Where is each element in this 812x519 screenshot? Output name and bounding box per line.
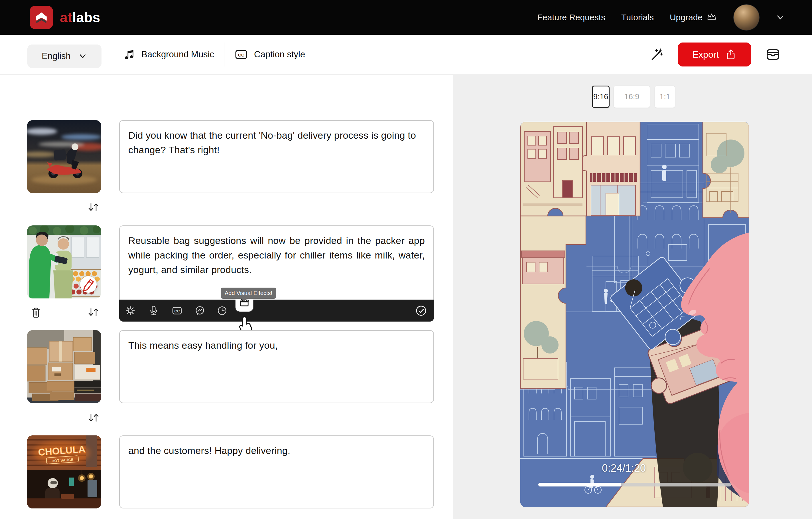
delete-scene-icon[interactable] <box>30 306 42 319</box>
crown-icon <box>706 12 717 23</box>
scene-3-thumbnail[interactable] <box>27 330 101 403</box>
magic-wand-icon[interactable] <box>650 48 664 61</box>
music-note-icon <box>123 48 136 61</box>
scene-voiceover-button[interactable] <box>147 304 160 317</box>
toolbar-divider <box>315 43 315 66</box>
aspect-16-9-button[interactable]: 16:9 <box>614 86 650 108</box>
progress-fill <box>538 483 621 487</box>
export-button[interactable]: Export <box>678 43 751 66</box>
playback-time: 0:24/1:20 <box>602 462 646 474</box>
scene-1-caption[interactable]: Did you know that the current 'No-bag' d… <box>120 121 433 165</box>
clock-icon <box>216 305 228 317</box>
reorder-scenes-icon[interactable] <box>87 412 100 425</box>
aspect-1-1-label: 1:1 <box>660 92 670 101</box>
upgrade-label: Upgrade <box>670 12 702 22</box>
progress-bar[interactable] <box>538 483 731 487</box>
scene-2-caption[interactable]: Reusable bag suggestions will now be pro… <box>120 226 433 284</box>
app-root: atlabs Feature Requests Tutorials Upgrad… <box>0 0 812 519</box>
nav-feature-requests[interactable]: Feature Requests <box>538 12 605 22</box>
scene-4-caption[interactable]: and the customers! Happy delivering. <box>120 436 433 465</box>
feedback-inbox-icon[interactable] <box>765 47 781 62</box>
aspect-9-16-label: 9:16 <box>593 92 608 101</box>
logo-word-white: labs <box>72 10 100 25</box>
scene-2-thumbnail[interactable] <box>27 225 101 298</box>
scene-engage-button[interactable] <box>193 304 206 317</box>
reorder-scenes-icon[interactable] <box>87 306 100 319</box>
captions-icon: CC <box>234 48 248 61</box>
scene-toolbar: CC <box>119 300 434 322</box>
logo-word-red: at <box>60 10 72 25</box>
toolbar-right-group: Export <box>650 35 781 74</box>
background-music-button[interactable]: Background Music <box>123 48 214 61</box>
svg-text:CC: CC <box>238 53 244 57</box>
nav-upgrade[interactable]: Upgrade <box>670 12 717 23</box>
aspect-9-16-button[interactable]: 9:16 <box>592 86 610 108</box>
scene-4-image: CHOLULA HOT SAUCE <box>27 435 101 509</box>
svg-text:CC: CC <box>174 309 180 313</box>
tooltip: Add Visual Effects! <box>221 288 276 299</box>
scene-2-caption-card[interactable]: Reusable bag suggestions will now be pro… <box>119 225 434 322</box>
language-value: English <box>41 51 71 61</box>
aspect-16-9-label: 16:9 <box>625 92 639 101</box>
microphone-icon <box>148 305 160 317</box>
scene-captions-button[interactable]: CC <box>171 304 184 317</box>
video-preview[interactable]: 0:24/1:20 <box>520 122 749 507</box>
scene-approve-button[interactable] <box>414 304 428 317</box>
caption-style-label: Caption style <box>254 49 305 60</box>
export-label: Export <box>693 49 719 60</box>
scene-3-caption[interactable]: This means easy handling for you, <box>120 331 433 360</box>
editor-toolbar: English Background Music CC Capti <box>0 35 812 75</box>
reorder-scenes-icon[interactable] <box>87 201 100 214</box>
scene-1-thumbnail[interactable] <box>27 120 101 193</box>
gear-icon <box>124 305 136 317</box>
scene-duration-button[interactable] <box>215 304 229 317</box>
messenger-icon <box>194 305 206 317</box>
nav-tutorials[interactable]: Tutorials <box>621 12 654 22</box>
scene-4-caption-card[interactable]: and the customers! Happy delivering. <box>119 435 434 509</box>
aspect-1-1-button[interactable]: 1:1 <box>655 86 675 108</box>
scene-3-caption-card[interactable]: This means easy handling for you, <box>119 330 434 403</box>
top-navigation: Feature Requests Tutorials Upgrade <box>538 0 785 35</box>
top-bar: atlabs Feature Requests Tutorials Upgrad… <box>0 0 812 35</box>
logo-wordmark: atlabs <box>60 0 100 35</box>
scene-4-thumbnail[interactable]: CHOLULA HOT SAUCE <box>27 435 101 509</box>
scene-1-caption-card[interactable]: Did you know that the current 'No-bag' d… <box>119 120 434 193</box>
toolbar-left-group: Background Music CC Caption style <box>123 35 325 74</box>
edit-pencil-icon <box>80 276 97 293</box>
preview-panel: 9:16 16:9 1:1 <box>453 75 812 519</box>
share-icon <box>725 49 736 60</box>
captions-icon: CC <box>171 305 184 317</box>
chevron-down-icon <box>78 52 87 61</box>
caption-style-button[interactable]: CC Caption style <box>234 48 305 61</box>
avatar[interactable] <box>733 4 759 30</box>
scene-settings-button[interactable] <box>124 304 137 317</box>
puzzle-city-illustration <box>520 122 749 507</box>
language-select[interactable]: English <box>27 45 102 68</box>
scene-list: Did you know that the current 'No-bag' d… <box>0 75 453 519</box>
background-music-label: Background Music <box>141 49 214 60</box>
toolbar-divider <box>224 43 224 66</box>
edit-scene-button[interactable] <box>80 276 97 293</box>
scene-3-image <box>27 330 101 403</box>
check-circle-icon <box>414 304 428 317</box>
chevron-down-icon[interactable] <box>776 12 785 22</box>
home-icon <box>34 10 49 25</box>
logo-icon[interactable] <box>30 6 53 29</box>
scene-1-image <box>27 120 101 193</box>
